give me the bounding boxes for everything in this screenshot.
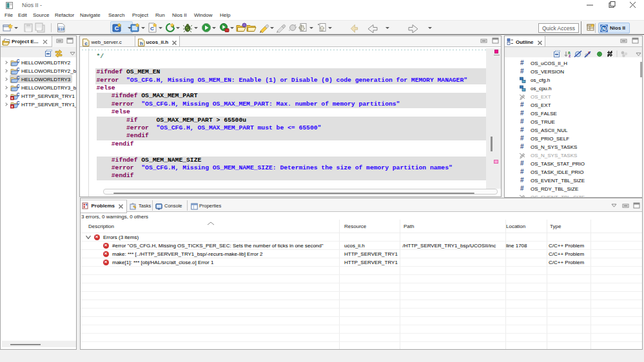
svg-text:C: C: [17, 67, 20, 71]
svg-text:h: h: [140, 41, 143, 46]
svg-text:C: C: [17, 100, 20, 105]
svg-text:C: C: [17, 59, 20, 63]
svg-text:z: z: [569, 53, 571, 58]
svg-text:C: C: [17, 75, 20, 80]
svg-text:C: C: [17, 92, 20, 97]
svg-text:N: N: [602, 26, 606, 32]
svg-text:C: C: [17, 84, 20, 88]
svg-text:c: c: [84, 41, 88, 46]
